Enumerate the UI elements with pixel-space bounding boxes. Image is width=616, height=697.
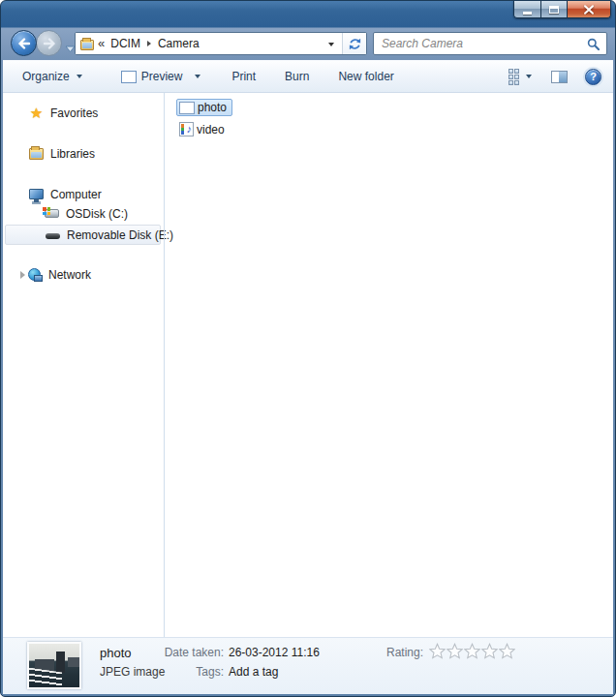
sidebar-item-libraries[interactable]: Libraries <box>5 143 161 164</box>
computer-icon <box>28 187 45 202</box>
chevron-down-icon <box>77 75 82 78</box>
sidebar-item-computer[interactable]: Computer <box>5 184 161 204</box>
content-area: ★ Favorites Libraries Computer OSDisk (C… <box>3 93 613 637</box>
rating-label: Rating: <box>363 646 423 659</box>
refresh-icon <box>348 37 362 51</box>
breadcrumb[interactable]: « DCIM Camera <box>76 33 342 54</box>
breadcrumb-item-dcim[interactable]: DCIM <box>107 37 144 50</box>
star-icon[interactable] <box>464 643 480 659</box>
minimize-icon <box>523 12 532 15</box>
breadcrumb-overflow-chevron[interactable]: « <box>98 36 105 50</box>
preview-label: Preview <box>141 70 183 83</box>
preview-button[interactable]: Preview <box>115 66 207 87</box>
sidebar-item-favorites[interactable]: ★ Favorites <box>5 103 161 123</box>
forward-arrow-icon <box>43 38 56 49</box>
video-file-icon: ♪ <box>179 122 194 136</box>
chevron-down-icon <box>526 75 532 78</box>
help-button[interactable]: ? <box>585 69 601 85</box>
folder-icon[interactable] <box>80 40 94 50</box>
libraries-icon <box>28 146 45 162</box>
sidebar-item-osdisk-c[interactable]: OSDisk (C:) <box>5 203 161 224</box>
back-arrow-icon <box>17 38 31 49</box>
maximize-icon <box>549 6 559 14</box>
star-icon[interactable] <box>447 643 463 659</box>
sidebar-item-network[interactable]: Network <box>5 264 161 285</box>
chevron-down-icon <box>195 75 200 78</box>
removable-disk-icon <box>45 227 61 243</box>
breadcrumb-separator-icon[interactable] <box>147 41 151 46</box>
burn-button[interactable]: Burn <box>279 66 315 87</box>
image-file-icon <box>179 102 195 114</box>
new-folder-button[interactable]: New folder <box>332 66 399 87</box>
maximize-button[interactable] <box>541 0 568 18</box>
print-label: Print <box>231 70 256 83</box>
view-grid-icon <box>508 69 519 85</box>
star-icon[interactable] <box>429 643 446 659</box>
search-box <box>373 32 607 55</box>
file-item-video[interactable]: ♪ video <box>176 120 231 138</box>
network-icon <box>26 267 43 283</box>
forward-button[interactable] <box>36 30 62 56</box>
address-dropdown-icon[interactable] <box>328 43 334 46</box>
tags-label: Tags: <box>151 665 224 679</box>
refresh-button[interactable] <box>342 33 366 54</box>
back-button[interactable] <box>11 30 37 56</box>
organize-button[interactable]: Organize <box>16 66 88 87</box>
preview-image-icon <box>121 71 137 83</box>
new-folder-label: New folder <box>338 70 393 83</box>
navigation-pane: ★ Favorites Libraries Computer OSDisk (C… <box>3 93 164 637</box>
sidebar-item-removable-disk-e[interactable]: Removable Disk (E:) <box>5 225 161 245</box>
change-view-button[interactable] <box>503 65 538 89</box>
close-icon <box>583 5 595 15</box>
burn-label: Burn <box>285 70 309 83</box>
search-input[interactable] <box>374 34 587 53</box>
window-controls <box>513 0 611 18</box>
search-icon[interactable] <box>587 38 600 50</box>
preview-pane-icon <box>551 71 568 83</box>
command-toolbar: Organize Preview Print Burn New folder <box>3 60 613 93</box>
file-item-photo[interactable]: photo <box>176 99 232 116</box>
file-list: photo ♪ video <box>165 93 613 637</box>
preview-pane-toggle[interactable] <box>545 67 573 87</box>
details-pane: photo JPEG image Date taken: 26-03-2012 … <box>3 637 613 694</box>
star-icon[interactable] <box>481 643 498 659</box>
organize-label: Organize <box>22 70 70 83</box>
expander-icon[interactable] <box>16 271 21 279</box>
file-thumbnail <box>27 642 81 689</box>
minimize-button[interactable] <box>513 0 541 18</box>
file-name: video <box>197 123 225 136</box>
address-bar: « DCIM Camera <box>75 32 367 55</box>
date-taken-value[interactable]: 26-03-2012 11:16 <box>229 646 320 659</box>
navigation-bar: « DCIM Camera <box>3 27 613 60</box>
star-icon[interactable] <box>499 643 515 659</box>
print-button[interactable]: Print <box>226 66 262 87</box>
window-body: Organize Preview Print Burn New folder <box>3 60 613 694</box>
file-name: photo <box>198 101 227 114</box>
explorer-window: « DCIM Camera <box>0 0 616 697</box>
date-taken-label: Date taken: <box>151 646 224 659</box>
breadcrumb-item-camera[interactable]: Camera <box>154 37 203 50</box>
tags-value[interactable]: Add a tag <box>229 665 278 679</box>
rating-stars <box>429 643 515 659</box>
star-icon: ★ <box>28 106 45 121</box>
os-disk-icon <box>44 206 60 222</box>
close-button[interactable] <box>568 0 611 18</box>
details-file-name: photo <box>100 646 132 660</box>
